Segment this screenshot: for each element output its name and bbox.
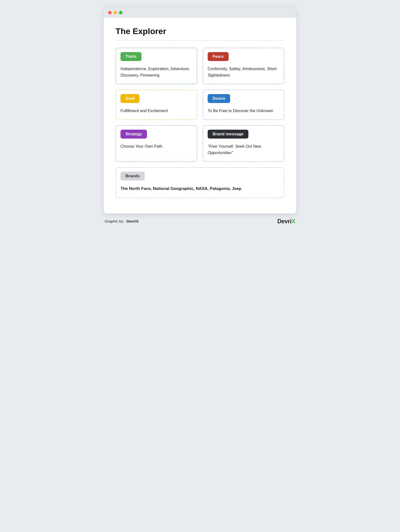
brands-badge: Brands: [120, 172, 145, 181]
page-title: The Explorer: [116, 27, 284, 36]
footer-graphic-credit: Graphic by: DevriX: [105, 219, 139, 224]
brand-message-card: Brand message “Free Yourself. Seek Out N…: [203, 125, 284, 162]
goal-badge: Goal: [120, 94, 140, 103]
brand-message-body: “Free Yourself. Seek Out New Opportuniti…: [208, 143, 280, 156]
strategy-card: Strategy Choose Your Own Path: [116, 125, 197, 162]
browser-window: The Explorer Traits Independence, Explor…: [104, 7, 296, 213]
row-strategy-brand: Strategy Choose Your Own Path Brand mess…: [116, 125, 284, 162]
desire-badge: Desire: [208, 94, 230, 103]
row-goal-desire: Goal Fulfillment and Excitement Desire T…: [116, 90, 284, 120]
traits-badge: Traits: [120, 52, 141, 61]
desire-card: Desire To Be Free to Discover the Unknow…: [203, 90, 284, 120]
maximize-dot[interactable]: [119, 11, 122, 14]
brand-message-badge: Brand message: [208, 130, 248, 139]
traits-body: Independence, Exploration, Adventure, Di…: [120, 65, 192, 78]
fears-body: Conformity, Safety, Aimlessness, Short S…: [208, 65, 280, 78]
goal-card: Goal Fulfillment and Excitement: [116, 90, 197, 120]
traits-card: Traits Independence, Exploration, Advent…: [116, 48, 197, 84]
row-traits-fears: Traits Independence, Exploration, Advent…: [116, 48, 284, 84]
footer: Graphic by: DevriX DevriX: [104, 213, 296, 229]
goal-body: Fulfillment and Excitement: [120, 107, 192, 114]
browser-bar: [104, 7, 296, 18]
fears-card: Fears Conformity, Safety, Aimlessness, S…: [203, 48, 284, 84]
brands-body: The North Face, National Geographic, NAS…: [120, 184, 280, 192]
devrix-logo: DevriX: [277, 218, 295, 225]
brands-card: Brands The North Face, National Geograph…: [116, 167, 284, 198]
graphic-by-label: Graphic by:: [105, 219, 124, 223]
fears-badge: Fears: [208, 52, 229, 61]
desire-body: To Be Free to Discover the Unknown: [208, 107, 280, 114]
minimize-dot[interactable]: [114, 11, 117, 14]
close-dot[interactable]: [108, 11, 112, 14]
strategy-badge: Strategy: [120, 130, 147, 139]
divider: [116, 41, 284, 41]
graphic-by-name: DevriX: [126, 219, 139, 223]
strategy-body: Choose Your Own Path: [120, 143, 192, 149]
devrix-logo-text: DevriX: [277, 218, 295, 225]
content-area: The Explorer Traits Independence, Explor…: [104, 18, 296, 213]
